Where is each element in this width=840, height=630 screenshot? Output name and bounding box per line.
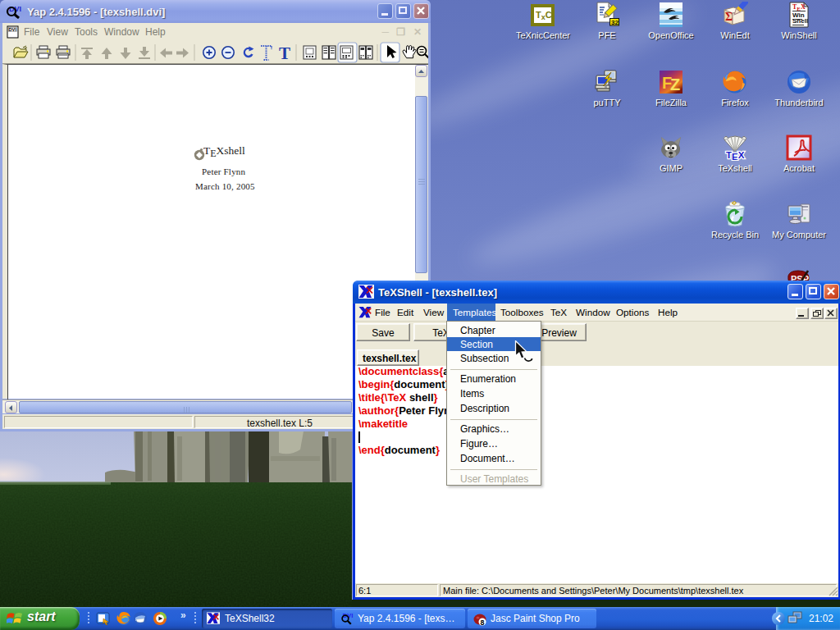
- svg-text:TEX: TEX: [792, 3, 806, 12]
- svg-text:Shell: Shell: [792, 17, 808, 25]
- svg-text:TEX: TEX: [726, 150, 745, 161]
- svg-text:Z: Z: [670, 75, 680, 94]
- svg-text:32: 32: [611, 19, 619, 26]
- svg-text:DVI: DVI: [9, 27, 17, 32]
- svg-text:8: 8: [481, 619, 485, 627]
- svg-text:Σ: Σ: [725, 11, 733, 23]
- svg-text:T: T: [279, 43, 290, 63]
